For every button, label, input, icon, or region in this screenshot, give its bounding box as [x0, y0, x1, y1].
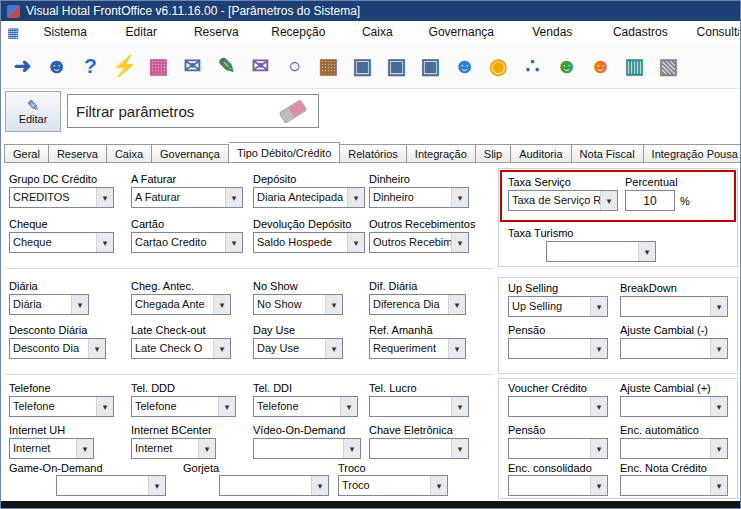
tel-ddd-select[interactable]: Telefone▾	[131, 396, 236, 417]
cheque-select[interactable]: Cheque▾	[9, 232, 114, 253]
up-selling-select[interactable]: Up Selling▾	[508, 296, 608, 317]
menu-editar[interactable]: Editar	[105, 25, 177, 39]
menu-cadastros[interactable]: Cadastros	[595, 25, 685, 39]
chevron-down-icon[interactable]: ▾	[96, 188, 113, 207]
grupo-dc-credito-select[interactable]: CREDITOS▾	[9, 187, 114, 208]
filter-parameters-input[interactable]	[68, 103, 280, 120]
room-double-icon[interactable]: ▣	[381, 49, 412, 83]
chevron-down-icon[interactable]: ▾	[600, 191, 617, 210]
guest-card-icon[interactable]: ☻	[41, 49, 72, 83]
bell-icon[interactable]: ◉	[483, 49, 514, 83]
room-single-icon[interactable]: ▣	[347, 49, 378, 83]
chevron-down-icon[interactable]: ▾	[451, 188, 468, 207]
video-on-demand-select[interactable]: ▾	[253, 438, 361, 459]
chevron-down-icon[interactable]: ▾	[710, 297, 727, 316]
ref-amanha-select[interactable]: Requeriment▾	[369, 338, 466, 359]
enc-nota-credito-select[interactable]: ▾	[620, 475, 728, 496]
menu-recepcao[interactable]: Recepção	[255, 25, 341, 39]
edit-button[interactable]: ✎ Editar	[5, 91, 61, 132]
dinheiro-select[interactable]: Dinheiro▾	[369, 187, 469, 208]
chevron-down-icon[interactable]: ▾	[638, 242, 655, 261]
chevron-down-icon[interactable]: ▾	[71, 295, 88, 314]
voucher-credito-select[interactable]: ▾	[508, 396, 608, 417]
tab-governanca[interactable]: Governança	[152, 144, 229, 163]
breakdown-select[interactable]: ▾	[620, 296, 728, 317]
chevron-down-icon[interactable]: ▾	[451, 397, 468, 416]
chevron-down-icon[interactable]: ▾	[343, 439, 360, 458]
gorjeta-select[interactable]: ▾	[219, 475, 329, 496]
footprints-icon[interactable]: ∴	[517, 49, 548, 83]
tab-slip[interactable]: Slip	[476, 144, 511, 163]
a-faturar-select[interactable]: A Faturar▾	[131, 187, 243, 208]
chevron-down-icon[interactable]: ▾	[451, 233, 468, 252]
chevron-down-icon[interactable]: ▾	[96, 233, 113, 252]
pensao-select[interactable]: ▾	[508, 338, 608, 359]
chevron-down-icon[interactable]: ▾	[213, 339, 230, 358]
guest-orange-icon[interactable]: ☻	[585, 49, 616, 83]
chevron-down-icon[interactable]: ▾	[710, 339, 727, 358]
room-status-icon[interactable]: ▣	[415, 49, 446, 83]
chevron-down-icon[interactable]: ▾	[451, 439, 468, 458]
help-icon[interactable]: ?	[75, 49, 106, 83]
menu-vendas[interactable]: Vendas	[509, 25, 595, 39]
mail-icon[interactable]: ✉	[177, 49, 208, 83]
cartao-select[interactable]: Cartao Credito▾	[131, 232, 243, 253]
exit-icon[interactable]: ➜	[7, 49, 38, 83]
chevron-down-icon[interactable]: ▾	[710, 397, 727, 416]
tab-caixa[interactable]: Caixa	[107, 144, 152, 163]
tel-ddi-select[interactable]: Telefone▾	[253, 396, 358, 417]
chegada-antecipada-select[interactable]: Chegada Ante▾	[131, 294, 231, 315]
enc-consolidado-select[interactable]: ▾	[508, 475, 608, 496]
chevron-down-icon[interactable]: ▾	[96, 397, 113, 416]
enc-automatico-select[interactable]: ▾	[620, 438, 728, 459]
chevron-down-icon[interactable]: ▾	[340, 397, 357, 416]
chevron-down-icon[interactable]: ▾	[448, 339, 465, 358]
internet-bcenter-select[interactable]: Internet▾	[131, 438, 216, 459]
devolucao-deposito-select[interactable]: Saldo Hospede▾	[253, 232, 365, 253]
menu-caixa[interactable]: Caixa	[341, 25, 413, 39]
chevron-down-icon[interactable]: ▾	[225, 188, 242, 207]
chevron-down-icon[interactable]: ▾	[590, 439, 607, 458]
troco-select[interactable]: Troco▾	[338, 475, 448, 496]
outros-recebimentos-select[interactable]: Outros Recebimen▾	[369, 232, 469, 253]
chevron-down-icon[interactable]: ▾	[448, 295, 465, 314]
chevron-down-icon[interactable]: ▾	[590, 476, 607, 495]
chevron-down-icon[interactable]: ▾	[311, 476, 328, 495]
chevron-down-icon[interactable]: ▾	[590, 339, 607, 358]
telefone-select[interactable]: Telefone▾	[9, 396, 114, 417]
screen-report-icon[interactable]: ▥	[619, 49, 650, 83]
day-use-select[interactable]: Day Use▾	[253, 338, 343, 359]
chevron-down-icon[interactable]: ▾	[218, 397, 235, 416]
eraser-icon[interactable]	[279, 99, 308, 124]
no-show-select[interactable]: No Show▾	[253, 294, 343, 315]
chevron-down-icon[interactable]: ▾	[225, 233, 242, 252]
internet-uh-select[interactable]: Internet▾	[9, 438, 94, 459]
menu-grid-icon[interactable]: ▦	[7, 25, 19, 40]
menu-sistema[interactable]: Sistema	[25, 25, 105, 39]
chevron-down-icon[interactable]: ▾	[430, 476, 447, 495]
chevron-down-icon[interactable]: ▾	[88, 339, 105, 358]
tab-nota-fiscal[interactable]: Nota Fiscal	[572, 144, 644, 163]
cash-register-icon[interactable]: ▧	[653, 49, 684, 83]
menu-consulta[interactable]: Consulta	[685, 25, 739, 39]
guests-group-icon[interactable]: ☻	[449, 49, 480, 83]
ajuste-cambial-mais-select[interactable]: ▾	[620, 396, 728, 417]
lightning-icon[interactable]: ⚡	[109, 49, 140, 83]
menu-governanca[interactable]: Governança	[413, 25, 509, 39]
late-checkout-select[interactable]: Late Check O▾	[131, 338, 231, 359]
tel-lucro-select[interactable]: ▾	[369, 396, 469, 417]
ajuste-cambial-menos-select[interactable]: ▾	[620, 338, 728, 359]
tab-integracao-pousada[interactable]: Integração Pousa	[644, 144, 741, 163]
dif-diaria-select[interactable]: Diferenca Dia▾	[369, 294, 466, 315]
diaria-select[interactable]: Diária▾	[9, 294, 89, 315]
chevron-down-icon[interactable]: ▾	[76, 439, 93, 458]
tab-reserva[interactable]: Reserva	[49, 144, 107, 163]
invoice-edit-icon[interactable]: ✎	[211, 49, 242, 83]
add-guest-icon[interactable]: ☻	[551, 49, 582, 83]
chevron-down-icon[interactable]: ▾	[347, 233, 364, 252]
desconto-diaria-select[interactable]: Desconto Dia▾	[9, 338, 106, 359]
chevron-down-icon[interactable]: ▾	[325, 339, 342, 358]
chevron-down-icon[interactable]: ▾	[325, 295, 342, 314]
chave-eletronica-select[interactable]: ▾	[369, 438, 469, 459]
tab-relatorios[interactable]: Relatórios	[340, 144, 407, 163]
